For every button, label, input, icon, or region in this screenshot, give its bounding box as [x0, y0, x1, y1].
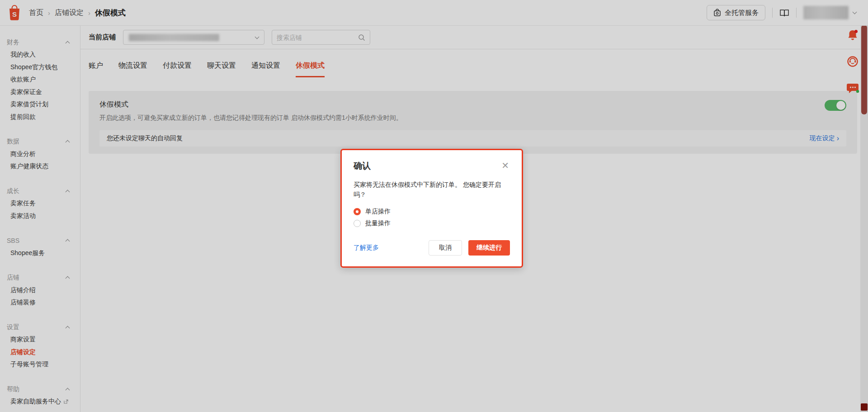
cancel-button[interactable]: 取消 — [429, 240, 462, 256]
radio-selected-icon — [354, 208, 361, 215]
radio-option-single-shop[interactable]: 单店操作 — [354, 206, 510, 218]
radio-option-bulk[interactable]: 批量操作 — [354, 218, 510, 229]
confirm-dialog: 确认 ✕ 买家将无法在休假模式中下新的订单。 您确定要开启吗？ 单店操作 批量操… — [340, 149, 523, 268]
dialog-title: 确认 — [354, 160, 371, 172]
learn-more-link[interactable]: 了解更多 — [354, 244, 379, 252]
radio-unselected-icon — [354, 220, 361, 227]
dialog-body-text: 买家将无法在休假模式中下新的订单。 您确定要开启吗？ — [354, 180, 510, 199]
operation-options: 单店操作 批量操作 — [354, 206, 510, 229]
close-icon[interactable]: ✕ — [500, 160, 510, 171]
confirm-button[interactable]: 继续进行 — [468, 240, 510, 256]
